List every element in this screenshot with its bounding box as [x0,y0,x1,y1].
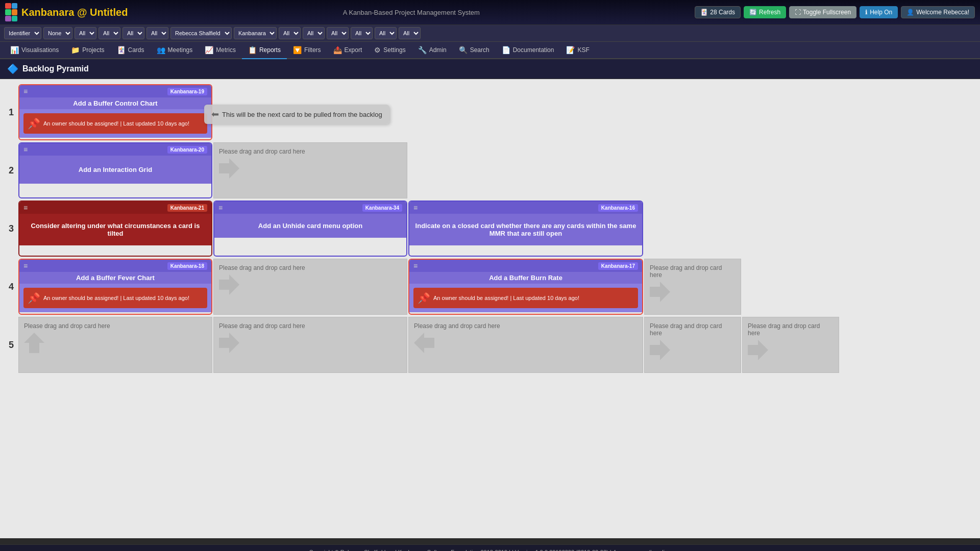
card-id-badge-20: Kanbanara-20 [167,146,207,154]
card-title-18: Add a Buffer Fever Chart [19,272,211,284]
filter-all-2[interactable]: All [99,27,120,39]
filter-all-5[interactable]: All [279,27,301,39]
pin-icon-18: 📌 [28,292,40,304]
filter-all-10[interactable]: All [399,27,421,39]
kanban-card-20[interactable]: ≡ Kanbanara-20 Add an Interaction Grid [18,142,212,198]
pyramid-cell-2-2[interactable]: Please drag and drop card here [213,142,407,198]
pyramid-row-2: 2 ≡ Kanbanara-20 Add an Interaction Grid… [5,142,975,198]
nav-admin[interactable]: 🔧Admin [412,42,453,59]
svg-marker-5 [414,333,434,353]
filter-all-9[interactable]: All [375,27,397,39]
filter-none[interactable]: None [43,27,72,39]
page-title: Backlog Pyramid [22,64,89,73]
kanban-card-16[interactable]: ≡ Kanbanara-16 Indicate on a closed card… [408,201,643,257]
page-title-bar: 🔷 Backlog Pyramid [0,59,980,79]
pyramid-cell-3-1: ≡ Kanbanara-21 Consider altering under w… [18,201,212,257]
pyramid-cell-5-3[interactable]: Please drag and drop card here [408,317,643,373]
filter-all-1[interactable]: All [75,27,96,39]
card-id-badge-18: Kanbanara-18 [167,262,207,270]
help-button[interactable]: ℹ Help On [860,6,898,18]
nav-cards[interactable]: 🃏Cards [111,42,151,59]
logo-grid [5,3,17,21]
app-title: Kanbanara @ Untitled [21,7,128,18]
pin-icon: 📌 [28,117,40,130]
filter-all-4[interactable]: All [146,27,168,39]
svg-marker-4 [219,333,239,353]
card-menu-icon-20: ≡ [23,145,28,154]
scrollbar[interactable] [0,538,980,544]
pyramid-cell-4-2[interactable]: Please drag and drop card here [213,259,407,315]
pin-icon-17: 📌 [418,292,430,304]
nav-documentation[interactable]: 📄Documentation [496,42,560,59]
nav-search[interactable]: 🔍Search [453,42,496,59]
svg-marker-1 [219,274,239,295]
nav-reports[interactable]: 📋Reports [242,42,287,59]
nav-settings[interactable]: ⚙Settings [368,42,411,59]
pyramid-row-4: 4 ≡ Kanbanara-18 Add a Buffer Fever Char… [5,259,975,315]
nav-meetings[interactable]: 👥Meetings [151,42,199,59]
nav-export[interactable]: 📤Export [327,42,369,59]
filter-bar: Identifier None All All All All Rebecca … [0,25,980,42]
drop-arrow-left-icon-5-5 [748,340,768,360]
svg-marker-7 [748,340,768,360]
card-id-badge: Kanbanara-19 [167,88,207,95]
pyramid-row-5: 5 Please drag and drop card here Please … [5,317,975,373]
header: Kanbanara @ Untitled A Kanban-Based Proj… [0,0,980,25]
main-content: 1 ≡ Kanbanara-19 Add a Buffer Control Ch… [0,79,980,538]
card-title-34: Add an Unhide card menu option [214,214,406,238]
svg-marker-0 [219,158,239,179]
nav-projects[interactable]: 📁Projects [65,42,110,59]
card-warning-17: 📌 An owner should be assigned! | Last up… [413,288,638,308]
pyramid-cell-5-1[interactable]: Please drag and drop card here [18,317,212,373]
pyramid-cell-4-4[interactable]: Please drag and drop card here [644,259,741,315]
card-title-16: Indicate on a closed card whether there … [409,214,642,245]
row-number-2: 2 [5,142,17,198]
filter-all-3[interactable]: All [122,27,144,39]
drop-arrow-left-icon-5-3 [414,333,434,353]
card-menu-icon-16: ≡ [413,204,418,212]
user-button[interactable]: 👤 Welcome Rebecca! [901,6,975,18]
svg-marker-3 [24,333,44,353]
fullscreen-button[interactable]: ⛶ Toggle Fullscreen [789,6,856,18]
kanban-card-21[interactable]: ≡ Kanbanara-21 Consider altering under w… [18,201,212,257]
refresh-button[interactable]: 🔄 Refresh [744,6,786,18]
pyramid-cell-5-5[interactable]: Please drag and drop card here [742,317,839,373]
filter-all-8[interactable]: All [351,27,373,39]
kanban-card-34[interactable]: ≡ Kanbanara-34 Add an Unhide card menu o… [213,201,407,257]
nav-filters[interactable]: 🔽Filters [287,42,327,59]
pyramid-cell-1-1: ≡ Kanbanara-19 Add a Buffer Control Char… [18,84,212,140]
card-warning: 📌 An owner should be assigned! | Last up… [23,113,207,134]
nav-ksf[interactable]: 📝KSF [560,42,595,59]
pyramid-cell-2-1: ≡ Kanbanara-20 Add an Interaction Grid [18,142,212,198]
card-menu-icon: ≡ [23,87,28,95]
pyramid-cell-3-2: ≡ Kanbanara-34 Add an Unhide card menu o… [213,201,407,257]
pyramid-cell-3-3: ≡ Kanbanara-16 Indicate on a closed card… [408,201,643,257]
row-number-3: 3 [5,201,17,257]
row-number-1: 1 [5,84,17,140]
drop-arrow-left-icon-5-2 [219,333,239,353]
cards-count-button[interactable]: 🃏 28 Cards [695,6,741,18]
card-title: Add a Buffer Control Chart [19,97,211,109]
kanban-card-19[interactable]: ≡ Kanbanara-19 Add a Buffer Control Char… [18,84,212,140]
header-actions: 🃏 28 Cards 🔄 Refresh ⛶ Toggle Fullscreen… [695,6,975,18]
filter-kanbanara[interactable]: Kanbanara [234,27,277,39]
pyramid-cell-5-2[interactable]: Please drag and drop card here [213,317,407,373]
nav-visualisations[interactable]: 📊Visualisations [4,42,65,59]
filter-identifier[interactable]: Identifier [4,27,41,39]
svg-marker-2 [650,282,670,302]
drop-arrow-left-icon-5-4 [650,340,670,360]
kanban-card-17[interactable]: ≡ Kanbanara-17 Add a Buffer Burn Rate 📌 … [408,259,643,315]
card-warning-18: 📌 An owner should be assigned! | Last up… [23,288,207,308]
nav-bar: 📊Visualisations 📁Projects 🃏Cards 👥Meetin… [0,42,980,59]
nav-metrics[interactable]: 📈Metrics [199,42,242,59]
row-number-4: 4 [5,259,17,315]
filter-all-7[interactable]: All [327,27,349,39]
filter-user[interactable]: Rebecca Shalfield [170,27,232,39]
kanban-card-18[interactable]: ≡ Kanbanara-18 Add a Buffer Fever Chart … [18,259,212,315]
card-title-21: Consider altering under what circumstanc… [19,214,211,245]
pyramid-cell-5-4[interactable]: Please drag and drop card here [644,317,741,373]
filter-all-6[interactable]: All [303,27,325,39]
pyramid-cell-4-3: ≡ Kanbanara-17 Add a Buffer Burn Rate 📌 … [408,259,643,315]
card-id-badge-21: Kanbanara-21 [167,204,207,212]
card-title-17: Add a Buffer Burn Rate [409,272,642,284]
